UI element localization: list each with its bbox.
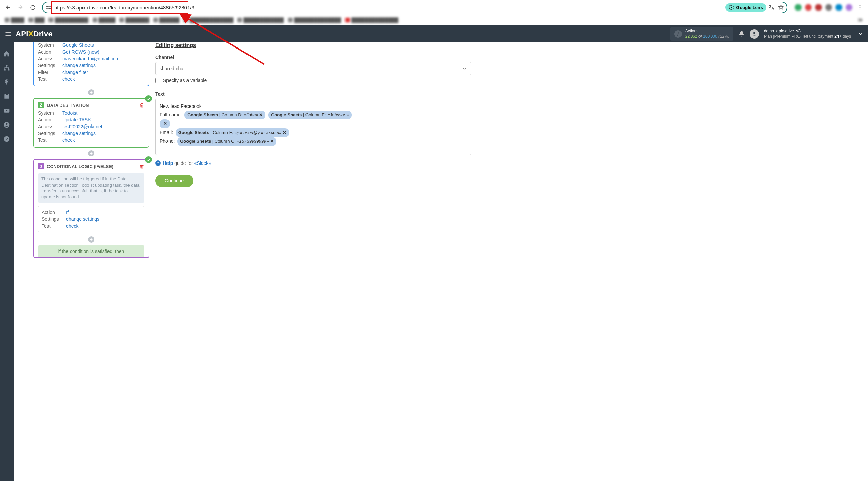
text-template-editor[interactable]: New lead Facebook Full name: Google Shee…: [155, 99, 471, 155]
svg-point-6: [860, 9, 861, 10]
token-phone[interactable]: Google Sheets | Column G: «15739999999»✕: [177, 137, 276, 146]
kv-key: Access: [38, 124, 62, 129]
nav-reload-button[interactable]: [28, 3, 37, 12]
bookmark-overflow-icon[interactable]: [857, 17, 863, 23]
kv-value-link[interactable]: change settings: [62, 131, 144, 136]
rail-account-icon[interactable]: [2, 120, 11, 129]
rail-billing-icon[interactable]: [2, 78, 11, 86]
token-remove-icon: ✕: [163, 121, 167, 126]
help-link[interactable]: ? Help guide for «Slack»: [155, 160, 471, 166]
card-title: DATA DESTINATION: [47, 103, 89, 108]
svg-rect-10: [4, 69, 6, 70]
bookmark-star-icon[interactable]: [778, 4, 784, 11]
kv-value-link[interactable]: change filter: [62, 70, 144, 75]
user-avatar-icon[interactable]: [750, 29, 759, 39]
token-remove-icon: ✕: [283, 130, 287, 135]
kv-value-link[interactable]: test20022@ukr.net: [62, 124, 144, 129]
browser-chrome-bar: https://s3.apix-drive.com/leadproxy/conn…: [0, 0, 868, 25]
svg-rect-11: [8, 69, 9, 70]
annotation-url-highlight: [51, 1, 188, 14]
kv-key: Action: [38, 117, 62, 122]
svg-point-0: [47, 6, 48, 7]
help-icon: ?: [155, 160, 161, 166]
kv-key: Settings: [38, 63, 62, 68]
svg-point-14: [6, 123, 8, 125]
kv-key: Access: [38, 56, 62, 61]
rail-video-icon[interactable]: [2, 106, 11, 115]
delete-icon[interactable]: [139, 164, 144, 169]
svg-point-8: [753, 32, 755, 34]
hamburger-menu-icon[interactable]: [5, 31, 12, 37]
token-remove-icon: ✕: [270, 139, 274, 144]
svg-rect-9: [6, 65, 8, 66]
user-info-block[interactable]: demo_apix-drive_s3 Plan |Premium PRO| le…: [764, 28, 851, 39]
condition-then-box: if the condition is satisfied, then: [38, 245, 144, 257]
left-nav-rail: ?: [0, 42, 14, 481]
add-step-between-2[interactable]: +: [33, 150, 149, 156]
check-badge-icon: [145, 95, 152, 102]
delete-icon[interactable]: [139, 103, 144, 108]
actions-quota-box[interactable]: i Actions: 22'052 of 100'000 (22%): [670, 27, 733, 40]
token-remove-icon: ✕: [259, 112, 263, 117]
editing-settings-title: Editing settings: [155, 42, 471, 49]
kv-value-link[interactable]: Update TASK: [62, 117, 144, 122]
kv-key: Settings: [38, 131, 62, 136]
kv-value-link[interactable]: check: [62, 76, 144, 82]
rail-connections-icon[interactable]: [2, 63, 11, 72]
kv-key: Test: [38, 137, 62, 143]
kv-key: Filter: [38, 70, 62, 75]
kv-key: Settings: [42, 216, 66, 222]
add-step-between-1[interactable]: +: [33, 89, 149, 95]
svg-text:?: ?: [5, 137, 8, 141]
actions-label: Actions:: [685, 28, 729, 34]
notifications-bell-icon[interactable]: [738, 31, 745, 37]
app-header: APIXDrive i Actions: 22'052 of 100'000 (…: [0, 25, 868, 42]
svg-point-4: [860, 5, 861, 6]
token-fullname-last[interactable]: Google Sheets | Column E: «Johnson»: [268, 111, 352, 119]
kv-value-link[interactable]: If: [66, 210, 141, 215]
translate-icon[interactable]: [768, 4, 774, 11]
kv-value-link[interactable]: Google Sheets: [62, 42, 144, 48]
svg-point-1: [49, 8, 50, 9]
kv-key: Test: [38, 76, 62, 82]
extension-icons-blur: [795, 4, 852, 11]
nav-back-button[interactable]: [3, 3, 13, 12]
logo[interactable]: APIXDrive: [16, 30, 53, 38]
kv-key: Action: [38, 49, 62, 55]
specify-variable-checkbox[interactable]: Specify as a variable: [155, 78, 471, 83]
card-data-destination[interactable]: 2 DATA DESTINATION SystemTodoistActionUp…: [33, 98, 149, 148]
browser-menu-icon[interactable]: [855, 4, 865, 11]
url-bar-container: https://s3.apix-drive.com/leadproxy/conn…: [42, 2, 787, 13]
card-conditional-logic[interactable]: 3 CONDITIONAL LOGIC (IF/ELSE) This condi…: [33, 159, 149, 258]
card-title: CONDITIONAL LOGIC (IF/ELSE): [47, 164, 113, 169]
token-email[interactable]: Google Sheets | Column F: «jjohnson@yaho…: [176, 128, 289, 137]
kv-value-link[interactable]: Get ROWS (new): [62, 49, 144, 55]
token-fullname-last-close[interactable]: ✕: [160, 119, 170, 128]
rail-marketplace-icon[interactable]: [2, 92, 11, 101]
kv-key: System: [38, 42, 62, 48]
card-data-source[interactable]: SystemGoogle SheetsActionGet ROWS (new)A…: [33, 42, 149, 86]
svg-point-3: [731, 7, 732, 8]
kv-key: Test: [42, 223, 66, 229]
token-fullname-first[interactable]: Google Sheets | Column D: «John»✕: [184, 111, 265, 119]
continue-button[interactable]: Continue: [155, 175, 193, 187]
condition-note: This condition will be triggered if in t…: [38, 173, 144, 203]
channel-select[interactable]: shared-chat: [155, 62, 471, 75]
kv-value-link[interactable]: change settings: [62, 63, 144, 68]
kv-value-link[interactable]: maverickandrii@gmail.com: [62, 56, 144, 61]
kv-value-link[interactable]: check: [66, 223, 141, 229]
svg-point-5: [860, 7, 861, 8]
kv-value-link[interactable]: check: [62, 137, 144, 143]
rail-home-icon[interactable]: [2, 49, 11, 58]
add-condition-step[interactable]: +: [34, 236, 149, 243]
bookmark-bar-blur: ████ ███ ██████████ █████ ███████ ██████…: [0, 15, 868, 25]
user-menu-chevron-icon[interactable]: [858, 31, 863, 37]
text-field-label: Text: [155, 91, 471, 97]
kv-value-link[interactable]: change settings: [66, 216, 141, 222]
google-lens-chip[interactable]: Google Lens: [725, 3, 766, 12]
kv-value-link[interactable]: Todoist: [62, 110, 144, 116]
nav-forward-button[interactable]: [16, 3, 25, 12]
rail-help-icon[interactable]: ?: [2, 135, 11, 143]
channel-label: Channel: [155, 55, 471, 60]
kv-key: System: [38, 110, 62, 116]
